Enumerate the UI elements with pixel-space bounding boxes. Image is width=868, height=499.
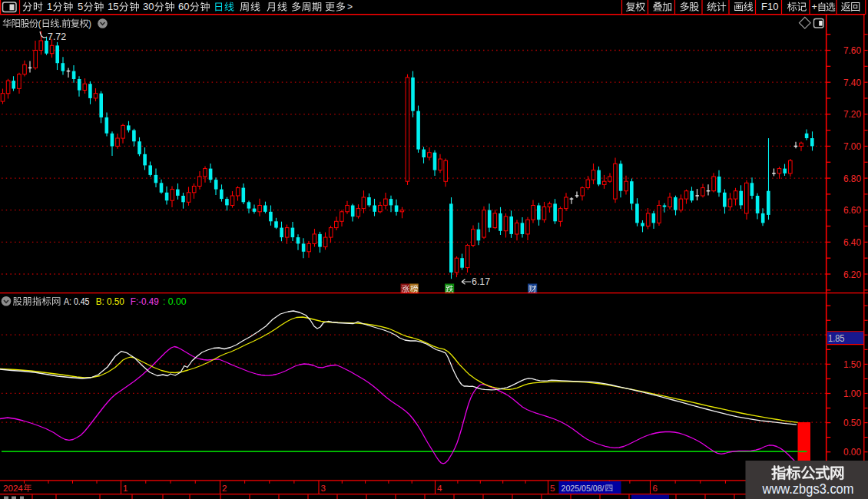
svg-text:1: 1	[47, 1, 52, 12]
svg-text:7.00: 7.00	[843, 140, 861, 152]
svg-text:6.60: 6.60	[843, 204, 861, 216]
svg-text:1.85: 1.85	[828, 333, 845, 344]
svg-text:7.60: 7.60	[843, 45, 861, 56]
svg-text:www.zbgs3.com: www.zbgs3.com	[762, 481, 854, 497]
svg-text:6: 6	[653, 483, 658, 493]
svg-text:F10: F10	[761, 1, 778, 12]
svg-text:3: 3	[321, 483, 326, 493]
svg-text:0.00: 0.00	[843, 446, 861, 458]
svg-text:B: 0.50: B: 0.50	[96, 296, 124, 307]
svg-text:2: 2	[222, 483, 227, 493]
svg-text:0.50: 0.50	[843, 417, 861, 428]
svg-text:4: 4	[437, 483, 442, 493]
svg-text:1.50: 1.50	[843, 359, 861, 370]
svg-text:6.20: 6.20	[843, 269, 861, 280]
svg-text:>: >	[347, 2, 353, 12]
svg-text:6.40: 6.40	[843, 236, 861, 248]
svg-text:: 0.00: : 0.00	[163, 296, 187, 307]
svg-text:.: .	[59, 18, 61, 29]
svg-text:F:-0.49: F:-0.49	[131, 296, 159, 307]
svg-text:7.72: 7.72	[48, 31, 66, 42]
svg-text:1.00: 1.00	[843, 388, 861, 399]
svg-text:): )	[88, 18, 91, 29]
svg-text:5: 5	[78, 1, 83, 12]
svg-text:6.17: 6.17	[472, 276, 490, 287]
svg-text:2025/05/08/: 2025/05/08/	[562, 483, 605, 493]
svg-text:2024: 2024	[3, 483, 23, 493]
svg-text:5: 5	[550, 483, 555, 493]
svg-text:60: 60	[178, 1, 189, 12]
svg-text:+: +	[812, 2, 817, 12]
svg-text:(: (	[38, 18, 41, 29]
svg-text:7.40: 7.40	[843, 77, 861, 88]
svg-text:15: 15	[108, 1, 118, 12]
svg-text:6.80: 6.80	[843, 173, 861, 184]
svg-text:30: 30	[143, 1, 154, 12]
svg-text:A: 0.45: A: 0.45	[64, 296, 90, 307]
svg-text:7.20: 7.20	[843, 108, 861, 120]
svg-text:1: 1	[123, 483, 128, 493]
